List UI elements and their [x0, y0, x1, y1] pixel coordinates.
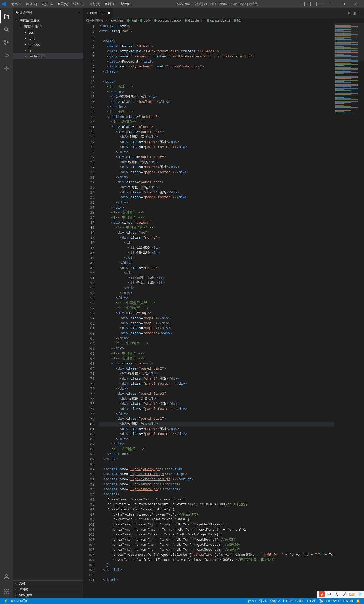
status-bar: ⚡ ⊗0 ⚠0 ⓘ0 行 80，列 24 空格: 2 UTF-8 CRLF HT… — [0, 598, 364, 604]
breadcrumb-item[interactable]: ⬢div.column — [184, 19, 203, 22]
ime-sogou-icon[interactable]: S — [319, 591, 325, 597]
breadcrumb-item[interactable]: ⬨index.html — [106, 19, 124, 22]
toggle-panel-left-icon[interactable] — [301, 2, 305, 6]
live-server-port[interactable]: 📡Port : 5500 — [318, 599, 342, 603]
warning-icon: ⚠ — [17, 599, 20, 603]
notifications-icon[interactable]: 🔔 — [355, 599, 362, 603]
file-tree: 无标题 (工作区) 数据可视化 css font images js ⬨ ind… — [13, 18, 83, 59]
code-content[interactable]: <!DOCTYPE html><html lang="en"> <head> <… — [99, 23, 334, 598]
sidebar-title: 资源管理器 — [16, 11, 32, 15]
breadcrumb-item[interactable]: ⬢html — [127, 19, 137, 22]
project-folder[interactable]: 数据可视化 — [13, 23, 83, 29]
svg-point-9 — [6, 591, 7, 592]
breadcrumb-item[interactable]: ⬢h2 — [233, 19, 241, 22]
sidebar-header: 资源管理器 ⋯ — [13, 8, 83, 18]
cursor-position[interactable]: 行 80，列 24 — [246, 599, 268, 603]
toggle-layout-icon[interactable] — [319, 2, 322, 6]
ime-skin-icon[interactable]: 👕 — [356, 591, 362, 597]
ime-keyboard-icon[interactable]: ⌨ — [349, 591, 355, 597]
menu-bar: 文件(F) 编辑(E) 选择(S) 查看(V) 转到(G) 运行(R) 终端(T… — [9, 1, 134, 8]
menu-terminal[interactable]: 终端(T) — [103, 1, 118, 8]
menu-help[interactable]: 帮助(H) — [118, 1, 134, 8]
problems-indicator[interactable]: ⊗0 ⚠0 ⓘ0 — [9, 599, 30, 603]
toggle-panel-right-icon[interactable] — [313, 2, 317, 6]
folder-font[interactable]: font — [13, 35, 83, 41]
eslint-status[interactable]: ESLint — [342, 599, 355, 603]
folder-images[interactable]: images — [13, 41, 83, 47]
window-controls: ─ ☐ ✕ — [325, 0, 362, 8]
menu-go[interactable]: 转到(G) — [71, 1, 86, 8]
sidebar: 资源管理器 ⋯ 无标题 (工作区) 数据可视化 css font images … — [13, 8, 83, 598]
svg-rect-4 — [4, 66, 6, 68]
search-icon[interactable] — [0, 23, 13, 36]
menu-selection[interactable]: 选择(S) — [40, 1, 55, 8]
editor-body[interactable]: 1234567891011121314151617181920212223242… — [83, 23, 364, 598]
tab-label: index.html — [90, 11, 106, 15]
file-index-html[interactable]: ⬨ index.html — [13, 53, 83, 59]
titlebar: 文件(F) 编辑(E) 选择(S) 查看(V) 转到(G) 运行(R) 终端(T… — [0, 0, 364, 8]
run-debug-icon[interactable] — [0, 49, 13, 62]
minimap[interactable] — [334, 23, 364, 598]
minimize-button[interactable]: ─ — [325, 0, 337, 8]
settings-icon[interactable] — [0, 585, 13, 598]
svg-point-2 — [4, 44, 6, 45]
run-icon[interactable]: ▷ — [348, 11, 351, 15]
source-control-icon[interactable] — [0, 36, 13, 49]
html-file-icon: ⬨ — [86, 11, 89, 15]
indentation[interactable]: 空格: 2 — [268, 599, 281, 603]
error-icon: ⊗ — [11, 599, 14, 603]
toggle-panel-bottom-icon[interactable] — [307, 2, 311, 6]
timeline-section[interactable]: 时间线 — [13, 586, 83, 592]
sidebar-sections: 大纲 时间线 NPM 脚本 — [13, 580, 83, 598]
menu-view[interactable]: 查看(V) — [55, 1, 70, 8]
menu-run[interactable]: 运行(R) — [87, 1, 103, 8]
explorer-icon[interactable] — [0, 10, 13, 23]
folder-css[interactable]: css — [13, 29, 83, 35]
sidebar-more-icon[interactable]: ⋯ — [76, 11, 80, 15]
html-file-icon: ⬨ — [25, 54, 29, 58]
ime-punct-icon[interactable]: °, — [334, 591, 340, 597]
ime-indicator: S 中 °, 🎤 ⌨ 👕 — [317, 591, 364, 598]
menu-file[interactable]: 文件(F) — [9, 1, 23, 8]
tabs-actions: ▷ ◫ ⋯ — [346, 8, 364, 18]
modified-indicator-icon — [108, 12, 110, 14]
svg-point-0 — [4, 28, 8, 31]
more-actions-icon[interactable]: ⋯ — [358, 11, 361, 15]
npm-scripts-section[interactable]: NPM 脚本 — [13, 592, 83, 598]
breadcrumbs[interactable]: 数据可视化› ⬨index.html› ⬢html› ⬢body› ⬢secti… — [83, 18, 364, 23]
info-icon: ⓘ — [22, 599, 26, 603]
split-editor-icon[interactable]: ◫ — [353, 11, 356, 15]
svg-rect-6 — [7, 69, 9, 71]
editor-tabs: ⬨ index.html ▷ ◫ ⋯ — [83, 8, 364, 18]
ime-lang-icon[interactable]: 中 — [326, 591, 332, 597]
ime-mic-icon[interactable]: 🎤 — [341, 591, 347, 597]
layout-controls — [301, 2, 322, 6]
breadcrumb-item[interactable]: ⬢section.mainbox — [154, 19, 181, 22]
broadcast-icon: 📡 — [319, 599, 323, 603]
svg-rect-5 — [4, 69, 6, 71]
svg-point-3 — [8, 42, 9, 43]
close-button[interactable]: ✕ — [349, 0, 362, 8]
workspace-root[interactable]: 无标题 (工作区) — [13, 18, 83, 23]
encoding[interactable]: UTF-8 — [281, 599, 294, 603]
svg-point-1 — [4, 40, 6, 42]
activity-bar — [0, 8, 13, 598]
maximize-button[interactable]: ☐ — [337, 0, 349, 8]
accounts-icon[interactable] — [0, 570, 13, 583]
breadcrumb-item[interactable]: ⬢body — [140, 19, 151, 22]
outline-section[interactable]: 大纲 — [13, 580, 83, 586]
breadcrumb-item[interactable]: 数据可视化 — [86, 18, 103, 23]
eol[interactable]: CRLF — [294, 599, 305, 603]
breadcrumb-item[interactable]: ⬢div.panel.pie2 — [207, 19, 230, 22]
tab-index-html[interactable]: ⬨ index.html — [83, 8, 113, 18]
vscode-logo-icon — [2, 2, 6, 6]
svg-rect-7 — [7, 66, 9, 68]
language-mode[interactable]: HTML — [305, 599, 318, 603]
remote-indicator[interactable]: ⚡ — [2, 599, 9, 603]
menu-edit[interactable]: 编辑(E) — [24, 1, 39, 8]
svg-point-8 — [5, 574, 8, 576]
extensions-icon[interactable] — [0, 62, 13, 75]
line-numbers: 1234567891011121314151617181920212223242… — [83, 23, 99, 598]
window-title: index.html - 无标题 (工作区) - Visual Studio C… — [134, 2, 301, 6]
folder-js[interactable]: js — [13, 47, 83, 53]
